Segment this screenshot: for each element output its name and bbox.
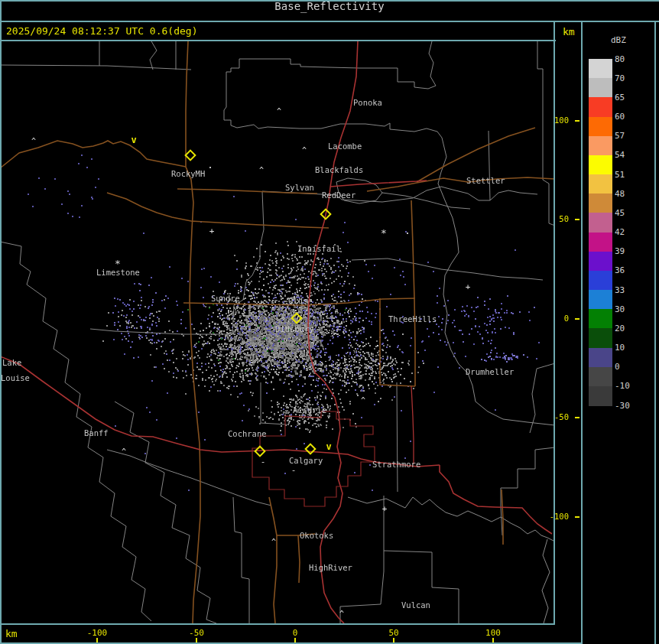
legend-band <box>589 155 612 175</box>
legend-tick-label: 51 <box>615 170 625 180</box>
legend-tick-label: 42 <box>615 227 625 237</box>
y-axis-tick <box>575 417 579 418</box>
frame-line-map-bottom <box>0 623 555 625</box>
map-symbol-caret: ^ <box>122 448 126 456</box>
scan-timestamp-label: 2025/09/24 08:12:37 UTC 0.6(deg) <box>6 25 197 37</box>
city-label: Calgary <box>289 456 323 465</box>
legend-tick-label: 10 <box>615 343 625 353</box>
frame-line-left <box>0 0 2 644</box>
legend-band <box>589 290 612 310</box>
frame-line-legend-right <box>654 21 656 644</box>
x-axis-tick-label: -50 <box>183 628 210 638</box>
city-label: Lacombe <box>328 141 362 151</box>
map-symbol-caret: ^ <box>339 610 344 618</box>
legend-band <box>589 367 612 387</box>
x-axis-tick-label: 100 <box>479 628 507 638</box>
legend-tick-label: -10 <box>615 381 630 391</box>
legend-band <box>589 252 612 272</box>
rivers <box>348 184 555 623</box>
legend-tick-label: -30 <box>615 401 630 411</box>
legend-tick-label: 70 <box>615 73 625 83</box>
map-symbol-caret: ^ <box>304 262 308 270</box>
y-axis-tick-label: 100 <box>544 115 569 125</box>
map-symbol-caret: ^ <box>361 397 365 405</box>
frame-line-map-top <box>0 40 556 41</box>
city-label: RedDeer <box>322 190 355 200</box>
legend-tick-label: 54 <box>615 150 625 160</box>
map-symbol-asterisk: * <box>381 228 387 238</box>
legend-tick-label: 30 <box>615 304 625 314</box>
city-label: Stettler <box>466 176 505 185</box>
y-axis-tick <box>575 318 579 320</box>
wind-arrow-icon: v <box>326 442 331 451</box>
legend-tick-label: 48 <box>615 189 625 199</box>
legend-tick-label: 65 <box>615 93 625 102</box>
map-symbol-dot: · <box>271 304 275 312</box>
y-axis-tick-label: -50 <box>544 412 569 421</box>
map-symbol-plus: + <box>382 505 388 513</box>
city-label: Lake <box>2 358 21 367</box>
legend-band <box>589 78 612 98</box>
y-axis-tick-label: -100 <box>544 512 569 521</box>
legend-tick-label: 39 <box>615 246 625 256</box>
map-layer <box>0 0 555 644</box>
map-symbol-dot: · <box>208 164 213 172</box>
legend-tick-label: 20 <box>615 324 625 333</box>
map-symbol-dot: · <box>405 230 410 238</box>
city-label: Vulcan <box>401 600 430 610</box>
window-title: Base_Reflectivity <box>0 0 659 12</box>
map-symbol-dash: - <box>291 466 297 474</box>
x-axis-unit-label: km <box>5 628 18 639</box>
x-axis-tick-label: 0 <box>281 628 309 638</box>
y-axis-unit-label: km <box>563 26 575 37</box>
map-symbol-plus: + <box>209 227 215 236</box>
legend-band <box>589 194 612 213</box>
legend-band <box>589 174 612 194</box>
city-label: Louise <box>1 373 30 382</box>
frame-line-map-right <box>553 21 555 625</box>
city-label: Limestone <box>96 268 140 277</box>
legend-band <box>589 348 612 368</box>
map-symbol-caret: ^ <box>259 167 264 174</box>
y-axis-tick <box>575 516 579 518</box>
city-label: Strathmore <box>372 460 420 469</box>
y-axis-tick <box>575 120 579 122</box>
legend-tick-label: 60 <box>615 112 625 122</box>
city-label: Blackfalds <box>315 165 363 174</box>
legend-tick-label: 36 <box>615 265 625 275</box>
city-label: RockyMH <box>171 169 205 178</box>
y-axis-tick-label: 50 <box>544 214 569 223</box>
legend-tick-label: 0 <box>615 362 620 372</box>
city-label: Banff <box>84 428 109 437</box>
frame-line-header <box>0 21 659 22</box>
city-label: Olds <box>288 296 307 305</box>
map-symbol-dash: - <box>261 457 266 466</box>
map-symbol-caret: ^ <box>277 108 281 115</box>
map-symbol-asterisk: * <box>115 259 121 268</box>
map-symbol-caret: ^ <box>31 138 36 145</box>
legend-band <box>589 59 612 79</box>
legend-tick-label: 33 <box>615 285 625 295</box>
legend-band <box>589 233 612 252</box>
legend-tick-label: 45 <box>615 208 625 218</box>
x-axis-tick-label: -100 <box>83 628 111 638</box>
city-label: HighRiver <box>309 563 352 572</box>
city-label: Okotoks <box>300 531 333 540</box>
city-label: Airdrie <box>293 405 326 415</box>
city-label: Cochrane <box>228 429 267 438</box>
city-label: Sundre <box>211 294 240 303</box>
x-axis-tick-label: 50 <box>380 628 407 638</box>
legend-band <box>589 136 612 156</box>
y-axis-tick-label: 0 <box>544 314 569 323</box>
map-symbol-caret: ^ <box>302 147 307 154</box>
legend-band <box>589 117 612 137</box>
city-label: Sylvan <box>285 183 314 192</box>
map-symbol-dot: · <box>375 343 380 350</box>
city-label: Didsbury <box>275 324 314 333</box>
legend-band <box>589 386 612 406</box>
legend-band <box>589 213 612 233</box>
legend-band <box>589 328 612 348</box>
legend-tick-label: 80 <box>615 54 625 64</box>
legend-band <box>589 97 612 117</box>
legend-band <box>589 309 612 329</box>
